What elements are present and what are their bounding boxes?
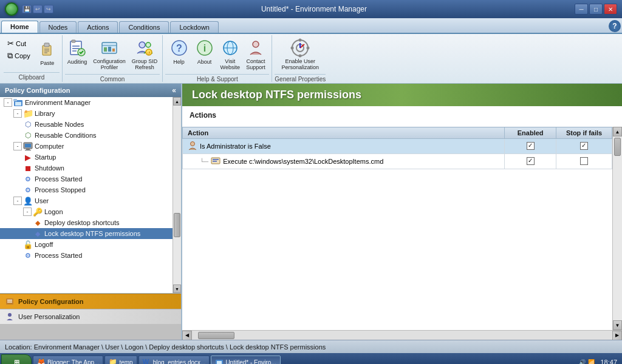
stop-fails-cell-2[interactable]	[556, 154, 612, 169]
stop-if-fails-col-header: Stop if fails	[556, 127, 612, 139]
enabled-checkbox-1[interactable]	[527, 142, 535, 150]
table-row[interactable]: Is Administrator is False	[183, 139, 612, 154]
tree-item-em[interactable]: - Environment Manager	[0, 97, 173, 108]
tree-item-process-started-comp[interactable]: ⚙ Process Started	[0, 174, 173, 184]
help-button-ribbon[interactable]: ? Help	[167, 36, 191, 67]
taskbar-btn-blogger[interactable]: 🦊 Blogger: The App...	[33, 356, 103, 364]
tree-item-process-stopped-comp[interactable]: ⚙ Process Stopped	[0, 184, 173, 195]
minimize-button[interactable]: ─	[575, 4, 588, 15]
right-scroll-up-button[interactable]: ▲	[613, 127, 622, 136]
tree-item-library[interactable]: - 📁 Library	[0, 108, 173, 119]
left-scroll-down-button[interactable]: ▼	[173, 285, 181, 293]
user-personalization-tab[interactable]: User Personalization	[0, 309, 181, 324]
panel-collapse-button[interactable]: «	[172, 86, 176, 95]
em-taskbar-icon	[215, 358, 224, 364]
enabled-col-header: Enabled	[505, 127, 556, 139]
stop-fails-checkbox-1[interactable]	[580, 142, 588, 150]
h-scroll-right-button[interactable]: ▶	[612, 331, 622, 340]
shutdown-label: Shutdown	[35, 164, 64, 172]
cut-label: Cut	[16, 40, 26, 47]
h-scroll-left-button[interactable]: ◀	[182, 331, 192, 340]
taskbar-btn-em[interactable]: Untitled* - Enviro...	[211, 356, 280, 364]
tab-conditions[interactable]: Conditions	[119, 21, 169, 33]
action-cell-1: Is Administrator is False	[183, 139, 505, 154]
visit-website-button[interactable]: VisitWebsite	[218, 36, 242, 73]
help-button[interactable]: ?	[609, 20, 621, 32]
reusable-nodes-label: Reusable Nodes	[35, 121, 84, 128]
left-scroll-up-button[interactable]: ▲	[173, 97, 181, 106]
left-panel: Policy Configuration « - Environm	[0, 84, 182, 340]
tree-item-lock-ntfs[interactable]: ◆ Lock desktop NTFS permissions	[0, 228, 173, 239]
enabled-cell-1[interactable]	[505, 139, 556, 154]
right-panel-title: Lock desktop NTFS permissions	[192, 89, 361, 101]
cut-button[interactable]: ✂ Cut	[5, 38, 33, 49]
taskbar-btn-blog-entries[interactable]: W blog_entries.docx...	[138, 356, 210, 364]
about-button[interactable]: i About	[193, 36, 217, 67]
blog-entries-label: blog_entries.docx...	[153, 359, 206, 365]
tree-item-reusable-nodes[interactable]: ⬡ Reusable Nodes	[0, 119, 173, 130]
enabled-checkbox-2[interactable]	[527, 157, 535, 165]
tab-lockdown[interactable]: Lockdown	[170, 21, 219, 33]
config-profiler-button[interactable]: ConfigurationProfiler	[91, 36, 128, 73]
logoff-icon: 🔓	[23, 240, 33, 249]
process-started-comp-icon: ⚙	[23, 174, 33, 184]
tree-item-computer[interactable]: - Computer	[0, 141, 173, 152]
close-button[interactable]: ✕	[604, 4, 617, 15]
save-icon[interactable]: 💾	[22, 5, 32, 13]
contact-support-button[interactable]: ContactSupport	[244, 36, 268, 73]
tree-item-logon[interactable]: - 🔑 Logon	[0, 206, 173, 217]
computer-icon	[23, 141, 33, 151]
svg-rect-49	[213, 159, 219, 160]
em-expander[interactable]: -	[4, 98, 12, 107]
user-personalization-icon	[5, 312, 15, 322]
tab-nodes[interactable]: Nodes	[39, 21, 77, 33]
table-row[interactable]: └─ Execute c:\windows\system32\Lo	[183, 154, 612, 169]
user-personalization-label: User Personalization	[18, 313, 80, 320]
ribbon-group-help: ? Help i About	[163, 35, 272, 82]
taskbar-btn-temp[interactable]: 📁 temp	[104, 356, 137, 364]
tree-item-shutdown[interactable]: ⏹ Shutdown	[0, 163, 173, 174]
contact-support-label: ContactSupport	[246, 59, 265, 71]
help-icon: ?	[169, 38, 189, 58]
config-profiler-label: ConfigurationProfiler	[93, 59, 126, 71]
taskbar-time: 18:47	[596, 357, 621, 364]
tree-item-process-started-user[interactable]: ⚙ Process Started	[0, 250, 173, 261]
user-expander[interactable]: -	[13, 197, 22, 205]
tree-item-logoff[interactable]: 🔓 Logoff	[0, 239, 173, 250]
general-items: Enable UserPersonalization	[275, 36, 326, 73]
copy-button[interactable]: ⧉ Copy	[5, 50, 33, 62]
tree-item-startup[interactable]: ▶ Startup	[0, 152, 173, 163]
personalization-icon	[290, 38, 310, 58]
enable-user-personalization-button[interactable]: Enable UserPersonalization	[279, 36, 321, 73]
redo-icon[interactable]: ↪	[44, 5, 53, 13]
tab-actions[interactable]: Actions	[78, 21, 118, 33]
policy-config-tab[interactable]: Policy Configuration	[0, 294, 181, 309]
right-scroll-thumb[interactable]	[614, 138, 621, 156]
tree-item-deploy[interactable]: ◆ Deploy desktop shortcuts	[0, 217, 173, 228]
tree-item-user[interactable]: - 👤 User	[0, 195, 173, 206]
enabled-cell-2[interactable]	[505, 154, 556, 169]
library-expander[interactable]: -	[13, 109, 22, 118]
computer-expander[interactable]: -	[13, 142, 22, 150]
cut-icon: ✂	[7, 39, 14, 48]
paste-button[interactable]: Paste	[35, 38, 60, 69]
process-started-user-icon: ⚙	[23, 251, 33, 260]
group-sid-button[interactable]: ↺ Group SIDRefresh	[129, 36, 160, 73]
logon-icon: 🔑	[33, 207, 43, 217]
tab-home[interactable]: Home	[1, 21, 38, 33]
right-scroll-down-button[interactable]: ▼	[613, 320, 622, 330]
auditing-button[interactable]: Auditing	[65, 36, 90, 67]
undo-icon[interactable]: ↩	[33, 5, 43, 13]
stop-fails-cell-1[interactable]	[556, 139, 612, 154]
logon-label: Logon	[44, 208, 63, 215]
svg-rect-44	[7, 300, 12, 301]
stop-fails-checkbox-2[interactable]	[580, 157, 588, 165]
deploy-icon: ◆	[33, 218, 43, 228]
tree-item-reusable-conditions[interactable]: ⬡ Reusable Conditions	[0, 130, 173, 141]
h-scroll-thumb[interactable]	[198, 332, 234, 339]
start-button[interactable]: ⊞	[1, 354, 32, 364]
right-panel-header: Lock desktop NTFS permissions	[182, 84, 622, 106]
left-scroll-thumb[interactable]	[174, 213, 180, 237]
maximize-button[interactable]: □	[589, 4, 603, 15]
logon-expander[interactable]: -	[23, 207, 32, 216]
